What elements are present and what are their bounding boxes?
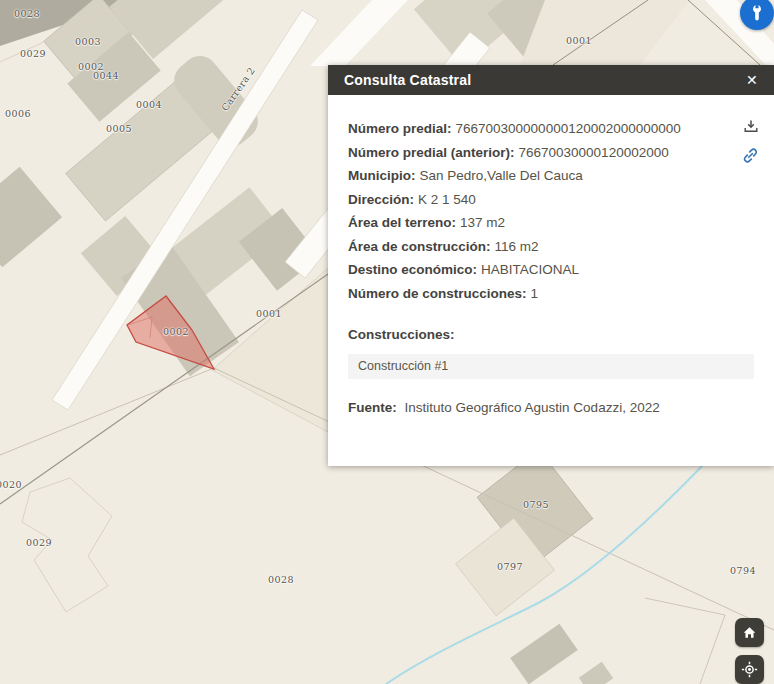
home-icon [742, 625, 757, 640]
consulta-catastral-panel: Consulta Catastral ✕ Número predial:7667… [328, 65, 774, 466]
panel-title: Consulta Catastral [344, 72, 471, 88]
map-label: 0006 [5, 108, 31, 119]
field-value: 137 m2 [460, 215, 505, 230]
map-label: 0028 [268, 574, 294, 585]
map-label: 0028 [14, 8, 40, 19]
map-label: 0001 [256, 308, 282, 319]
map-label: 0044 [93, 70, 119, 81]
field-label: Número predial: [348, 121, 452, 136]
map-label: 0797 [497, 561, 523, 572]
field-row: Número predial (anterior):76670030000120… [348, 141, 754, 165]
field-label: Dirección: [348, 192, 414, 207]
link-icon [742, 147, 759, 164]
field-label: Municipio: [348, 168, 416, 183]
panel-fields: Número predial:7667003000000001200020000… [348, 117, 754, 305]
source-label: Fuente: [348, 400, 397, 415]
download-icon [743, 119, 759, 135]
field-label: Número de construcciones: [348, 286, 527, 301]
map-label: 0029 [20, 48, 46, 59]
map-label: 0004 [136, 99, 162, 110]
download-button[interactable] [743, 119, 759, 135]
wrench-icon [748, 4, 766, 22]
field-value: 1 [531, 286, 539, 301]
field-value: 76670030000120002000 [519, 145, 669, 160]
map-label: 0005 [106, 123, 132, 134]
source-value: Instituto Geográfico Agustin Codazzi, 20… [405, 400, 660, 415]
source-note: Fuente: Instituto Geográfico Agustin Cod… [348, 400, 754, 415]
map-label: 0029 [26, 537, 52, 548]
field-value: San Pedro,Valle Del Cauca [420, 168, 583, 183]
locate-icon [741, 661, 758, 678]
field-value: K 2 1 540 [418, 192, 476, 207]
link-button[interactable] [742, 147, 759, 164]
close-icon[interactable]: ✕ [742, 71, 762, 89]
panel-action-icons [742, 119, 759, 164]
construction-item[interactable]: Construcción #1 [348, 354, 754, 379]
home-button[interactable] [735, 618, 764, 647]
map-label: 0795 [523, 499, 549, 510]
app-screen: 00280003002900020044000400060005Carrera … [0, 0, 774, 684]
map-label: 0794 [730, 565, 756, 576]
field-value: HABITACIONAL [481, 262, 579, 277]
panel-header: Consulta Catastral ✕ [328, 65, 774, 95]
field-row: Dirección:K 2 1 540 [348, 188, 754, 212]
field-row: Área del terreno:137 m2 [348, 211, 754, 235]
map-label: 0020 [0, 479, 22, 490]
field-value: 116 m2 [495, 239, 539, 254]
construction-list: Construcción #1 [348, 354, 754, 379]
map-label: 0001 [566, 35, 592, 46]
field-row: Destino económico:HABITACIONAL [348, 258, 754, 282]
field-row: Número predial:7667003000000001200020000… [348, 117, 754, 141]
panel-body: Número predial:7667003000000001200020000… [328, 95, 774, 415]
field-label: Número predial (anterior): [348, 145, 515, 160]
field-label: Área del terreno: [348, 215, 456, 230]
field-label: Área de construcción: [348, 239, 491, 254]
field-value: 766700300000000120002000000000 [456, 121, 681, 136]
field-row: Área de construcción:116 m2 [348, 235, 754, 259]
field-row: Número de construcciones:1 [348, 282, 754, 306]
map-label: 0002 [163, 326, 189, 337]
map-label: 0003 [75, 36, 101, 47]
field-label: Destino económico: [348, 262, 477, 277]
locate-button[interactable] [735, 655, 764, 684]
constructions-header: Construcciones: [348, 327, 754, 342]
field-row: Municipio:San Pedro,Valle Del Cauca [348, 164, 754, 188]
